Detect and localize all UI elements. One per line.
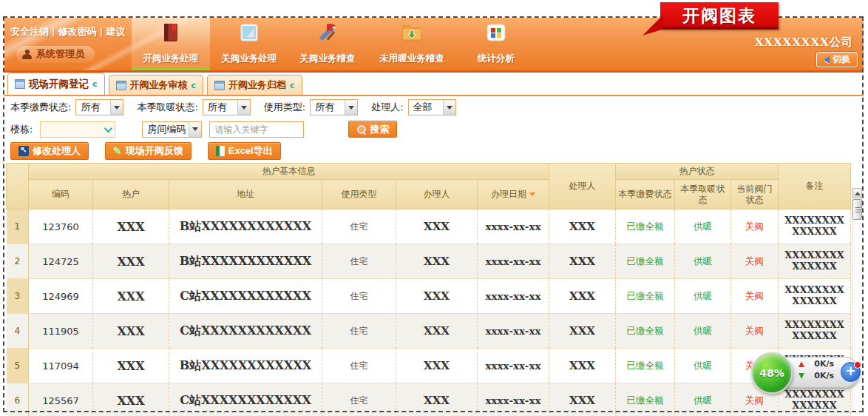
nav-close-valve-audit[interactable]: 关阀业务稽查 — [288, 18, 367, 70]
app-window: 安全注销|修改密码|建议 系统管理员 开阀业务处理 关阀业务处理 — [0, 0, 868, 416]
tab-strip: 现场开阀登记 c 开阀业务审核 c 开阀业务归档 c — [4, 73, 864, 96]
col-header-address: 地址 — [169, 180, 322, 209]
nav-item-label: 开阀业务处理 — [143, 53, 199, 65]
change-processor-button[interactable]: 修改处理人 — [10, 142, 89, 160]
group-header-basic-info: 热户基本信息 — [29, 164, 549, 180]
use-type-cell: 住宅 — [322, 244, 396, 279]
dropdown-arrow-button[interactable] — [443, 100, 455, 115]
close-valve-window-icon — [238, 21, 260, 47]
nav-item-label: 关阀业务处理 — [222, 53, 277, 65]
sort-desc-icon[interactable] — [529, 192, 535, 196]
use-type-filter-label: 使用类型: — [264, 101, 305, 114]
tab-open-valve-review[interactable]: 开阀业务审核 c — [109, 75, 204, 95]
col-header-handler: 办理人 — [396, 180, 478, 209]
processor-cell: XXX — [549, 244, 616, 279]
tab-window-icon — [15, 79, 25, 89]
pay-status-select[interactable]: 所有 — [75, 99, 123, 115]
dropdown-arrow-button[interactable] — [110, 100, 123, 115]
account-links: 安全注销|修改密码|建议 — [10, 25, 126, 38]
pay-status-cell: 已缴全额 — [616, 314, 675, 349]
tab-open-valve-archive[interactable]: 开阀业务归档 c — [207, 75, 302, 95]
switch-button[interactable]: 切换 — [816, 52, 858, 67]
date-cell: xxxx-xx-xx — [478, 383, 549, 416]
col-header-date[interactable]: 办理日期 — [478, 180, 549, 209]
col-header-valve-status: 当前阀门状态 — [731, 180, 779, 209]
nav-statistics[interactable]: 统计分析 — [457, 18, 535, 70]
download-speed-value: 0K/s — [809, 371, 834, 380]
date-cell: xxxx-xx-xx — [478, 279, 549, 314]
row-number-cell: 5 — [7, 349, 29, 383]
change-handler-icon — [18, 146, 29, 156]
search-button[interactable]: 搜索 — [348, 121, 397, 138]
handler-cell: XXX — [396, 209, 478, 244]
scrollbar-up-button[interactable] — [852, 188, 862, 198]
chevron-down-icon — [447, 106, 452, 110]
accelerate-button[interactable]: + — [841, 362, 861, 382]
building-select[interactable] — [40, 121, 115, 138]
date-cell: xxxx-xx-xx — [478, 209, 549, 244]
open-valve-chart-banner: 开阀图表 — [660, 2, 779, 30]
table-row[interactable]: 5 117094 XXX B站XXXXXXXXXXXX 住宅 XXX xxxx-… — [7, 349, 851, 383]
heat-status-value: 所有 — [203, 101, 237, 114]
nav-open-valve-processing[interactable]: 开阀业务处理 — [132, 18, 210, 70]
change-processor-label: 修改处理人 — [33, 144, 81, 158]
use-type-cell: 住宅 — [322, 314, 396, 349]
tab-onsite-open-valve-register[interactable]: 现场开阀登记 c — [7, 73, 105, 95]
processor-select[interactable]: 全部 — [408, 99, 456, 115]
heat-status-cell: 供暖 — [675, 314, 731, 349]
search-field-select[interactable]: 房间编码 — [142, 121, 202, 138]
col-header-user: 热户 — [93, 180, 169, 209]
speed-monitor-widget[interactable]: 48% 0K/s 0K/s + — [751, 352, 864, 395]
code-cell: 111905 — [29, 314, 93, 349]
col-header-pay-status: 本季缴费状态 — [616, 180, 675, 209]
tab-refresh-icon[interactable]: c — [191, 81, 197, 90]
code-cell: 124725 — [29, 244, 93, 279]
dropdown-arrow-button[interactable] — [189, 122, 201, 137]
table-row[interactable]: 3 124969 XXX C站XXXXXXXXXXXX 住宅 XXX xxxx-… — [7, 279, 851, 314]
scrollbar-thumb[interactable] — [852, 199, 862, 220]
memory-usage-ball[interactable]: 48% — [751, 352, 793, 394]
processor-cell: XXX — [549, 349, 616, 383]
tab-refresh-icon[interactable]: c — [92, 79, 98, 89]
pay-status-cell: 已缴全额 — [616, 349, 675, 383]
pay-status-value: 所有 — [76, 101, 110, 114]
address-cell: B站XXXXXXXXXXXX — [169, 209, 322, 244]
tab-refresh-icon[interactable]: c — [290, 81, 295, 90]
change-password-link[interactable]: 修改密码 — [58, 26, 97, 37]
heat-status-cell: 供暖 — [675, 349, 731, 383]
chevron-up-icon — [855, 192, 861, 195]
heat-status-cell: 供暖 — [675, 383, 731, 416]
note-cell: XXXXXXXX XXXXXX — [779, 209, 851, 244]
handler-cell: XXX — [396, 349, 478, 383]
nav-close-valve-processing[interactable]: 关阀业务处理 — [210, 18, 288, 70]
col-header-code: 编码 — [29, 180, 93, 209]
logout-link[interactable]: 安全注销 — [10, 26, 49, 37]
use-type-select[interactable]: 所有 — [310, 99, 358, 115]
address-cell: C站XXXXXXXXXXXX — [169, 314, 322, 349]
excel-icon — [216, 146, 225, 156]
col-header-processor: 处理人 — [549, 164, 616, 209]
processor-cell: XXX — [549, 279, 616, 314]
table-row[interactable]: 1 123760 XXX B站XXXXXXXXXXXX 住宅 XXX xxxx-… — [7, 209, 851, 244]
heat-status-select[interactable]: 所有 — [203, 99, 251, 115]
suggestion-link[interactable]: 建议 — [106, 26, 126, 37]
dropdown-arrow-button[interactable] — [345, 100, 357, 115]
table-row[interactable]: 6 125567 XXX C站XXXXXXXXXXXX 住宅 XXX xxxx-… — [7, 383, 851, 416]
note-cell: XXXXXXXX XXXXXX — [779, 244, 851, 279]
group-header-status: 热户状态 — [616, 164, 779, 180]
dropdown-arrow-button[interactable] — [237, 100, 250, 115]
heat-status-cell: 供暖 — [675, 244, 731, 279]
table-row[interactable]: 4 111905 XXX C站XXXXXXXXXXXX 住宅 XXX xxxx-… — [7, 314, 851, 349]
current-user: 系统管理员 — [16, 46, 95, 63]
excel-export-button[interactable]: Excel导出 — [208, 142, 281, 160]
tab-window-icon — [214, 81, 225, 90]
onsite-feedback-button[interactable]: ✎ 现场开阀反馈 — [105, 142, 191, 160]
row-number-cell: 1 — [7, 209, 29, 244]
row-number-cell: 6 — [7, 383, 29, 416]
table-row[interactable]: 2 124725 XXX B站XXXXXXXXXXXX 住宅 XXX xxxx-… — [7, 244, 851, 279]
nav-no-heat-audit[interactable]: 未用暖业务稽查 — [367, 18, 457, 70]
heat-user-cell: XXX — [93, 209, 169, 244]
keyword-input[interactable] — [209, 121, 304, 138]
heat-status-filter-label: 本季取暖状态: — [137, 101, 197, 114]
heat-user-cell: XXX — [93, 279, 169, 314]
